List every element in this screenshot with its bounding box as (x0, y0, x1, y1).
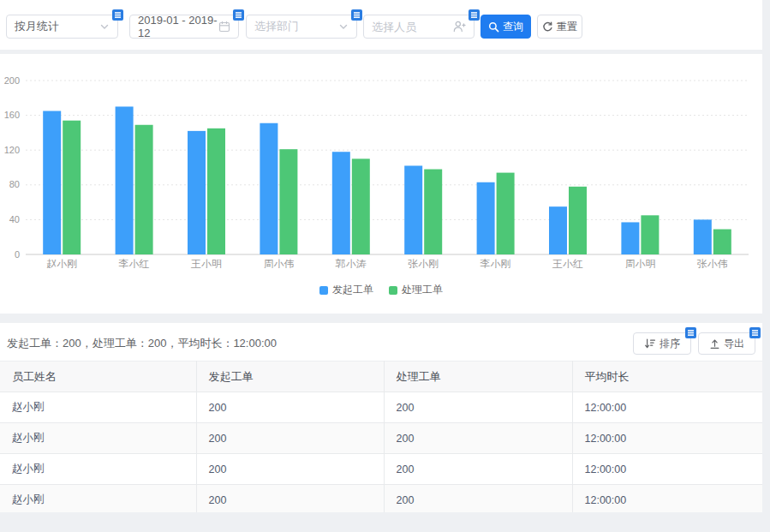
bar-发起工单[interactable] (477, 182, 495, 254)
bar-发起工单[interactable] (621, 222, 639, 254)
table-cell: 12:00:00 (572, 485, 762, 513)
table-cell: 200 (384, 454, 572, 485)
sort-icon (644, 338, 656, 350)
table-row[interactable]: 赵小刚20020012:00:00 (0, 485, 762, 513)
bar-发起工单[interactable] (404, 165, 422, 254)
x-axis-category-label: 李小红 (119, 258, 150, 268)
table-cell: 赵小刚 (0, 485, 196, 513)
bar-处理工单[interactable] (641, 215, 659, 254)
annotation-badge-icon[interactable] (685, 327, 696, 338)
bar-发起工单[interactable] (188, 131, 206, 254)
summary-text: 发起工单：200，处理工单：200，平均时长：12:00:00 (7, 336, 277, 351)
y-axis-tick-label: 160 (4, 110, 20, 120)
calendar-icon (218, 21, 230, 33)
bar-chart: 04080120160200赵小刚李小红王小明周小伟郭小涛张小刚李小刚王小红周小… (0, 54, 762, 268)
chevron-down-icon (99, 21, 110, 32)
chart-panel: 04080120160200赵小刚李小红王小明周小伟郭小涛张小刚李小刚王小红周小… (0, 54, 762, 314)
person-input-wrap (363, 15, 475, 39)
annotation-badge-icon[interactable] (351, 9, 362, 21)
bar-处理工单[interactable] (424, 170, 442, 254)
table-cell: 赵小刚 (0, 454, 196, 485)
refresh-icon (542, 21, 553, 33)
table-column-header: 发起工单 (196, 362, 384, 392)
chevron-down-icon (338, 21, 349, 32)
table-row[interactable]: 赵小刚20020012:00:00 (0, 454, 762, 485)
x-axis-category-label: 王小红 (552, 258, 583, 268)
y-axis-tick-label: 0 (15, 249, 20, 260)
x-axis-category-label: 周小明 (624, 258, 655, 268)
bar-处理工单[interactable] (207, 129, 225, 254)
table-panel: 发起工单：200，处理工单：200，平均时长：12:00:00 排序 (0, 323, 762, 512)
table-row[interactable]: 赵小刚20020012:00:00 (0, 392, 762, 423)
bar-处理工单[interactable] (279, 149, 297, 254)
legend-label: 处理工单 (402, 283, 443, 297)
table-cell: 赵小刚 (0, 392, 196, 423)
query-button-label: 查询 (503, 20, 523, 34)
x-axis-category-label: 赵小刚 (46, 258, 77, 268)
sort-button-label: 排序 (660, 337, 680, 351)
table-column-header: 员工姓名 (0, 362, 196, 392)
bar-处理工单[interactable] (135, 125, 153, 254)
bar-发起工单[interactable] (694, 219, 712, 254)
legend-item-initiated[interactable]: 发起工单 (319, 283, 373, 297)
x-axis-category-label: 张小伟 (697, 258, 728, 268)
table-cell: 12:00:00 (572, 392, 762, 423)
person-add-icon (452, 20, 466, 33)
annotation-badge-icon[interactable] (749, 327, 761, 338)
period-select-value: 按月统计 (15, 19, 99, 34)
date-range-value: 2019-01 - 2019-12 (138, 14, 218, 39)
annotation-badge-icon[interactable] (112, 9, 123, 21)
summary-row: 发起工单：200，处理工单：200，平均时长：12:00:00 排序 (0, 323, 762, 361)
query-button[interactable]: 查询 (481, 15, 531, 39)
annotation-badge-icon[interactable] (469, 9, 480, 21)
table-row[interactable]: 赵小刚20020012:00:00 (0, 423, 762, 454)
table-cell: 200 (384, 423, 572, 454)
x-axis-category-label: 郭小涛 (335, 258, 367, 268)
x-axis-category-label: 张小刚 (408, 258, 439, 268)
table-cell: 赵小刚 (0, 423, 196, 454)
date-range-picker[interactable]: 2019-01 - 2019-12 (129, 15, 239, 39)
bar-处理工单[interactable] (352, 158, 370, 254)
annotation-badge-icon[interactable] (233, 9, 244, 21)
reset-button-label: 重置 (557, 20, 577, 34)
table-cell: 200 (196, 392, 384, 423)
bar-处理工单[interactable] (569, 187, 587, 254)
bar-发起工单[interactable] (43, 111, 61, 254)
page: 按月统计 2019-01 - 2019-12 选择部门 (0, 0, 770, 532)
table-cell: 200 (196, 423, 384, 454)
bar-发起工单[interactable] (116, 106, 134, 254)
table-header: 员工姓名发起工单处理工单平均时长 (0, 362, 762, 392)
bar-发起工单[interactable] (549, 206, 567, 254)
table-actions: 排序 导出 (633, 332, 755, 355)
table-cell: 12:00:00 (572, 454, 762, 485)
x-axis-category-label: 周小伟 (263, 258, 294, 268)
table-cell: 200 (196, 454, 384, 485)
period-select[interactable]: 按月统计 (6, 15, 118, 39)
y-axis-tick-label: 40 (9, 214, 20, 224)
reset-button[interactable]: 重置 (537, 15, 582, 39)
table-cell: 200 (196, 485, 384, 513)
sort-button[interactable]: 排序 (633, 332, 691, 355)
legend-item-handled[interactable]: 处理工单 (389, 283, 443, 297)
chart-legend: 发起工单 处理工单 (0, 283, 762, 297)
bar-处理工单[interactable] (497, 173, 515, 254)
table-column-header: 平均时长 (572, 362, 762, 392)
employee-table: 员工姓名发起工单处理工单平均时长 赵小刚20020012:00:00赵小刚200… (0, 361, 762, 512)
export-button-label: 导出 (724, 337, 744, 351)
filter-toolbar: 按月统计 2019-01 - 2019-12 选择部门 (0, 0, 762, 50)
table-column-header: 处理工单 (384, 362, 572, 392)
y-axis-tick-label: 200 (4, 75, 20, 86)
x-axis-category-label: 李小刚 (481, 258, 511, 268)
bar-处理工单[interactable] (63, 121, 81, 254)
bar-发起工单[interactable] (260, 123, 278, 254)
person-input[interactable] (372, 21, 452, 33)
legend-swatch-blue-icon (319, 286, 328, 295)
y-axis-tick-label: 80 (9, 179, 20, 189)
export-button[interactable]: 导出 (698, 332, 755, 355)
department-select[interactable]: 选择部门 (246, 15, 357, 39)
legend-label: 发起工单 (332, 283, 373, 297)
bar-发起工单[interactable] (332, 152, 350, 254)
bar-处理工单[interactable] (713, 230, 731, 254)
table-cell: 200 (384, 485, 572, 513)
department-select-placeholder: 选择部门 (254, 19, 338, 34)
